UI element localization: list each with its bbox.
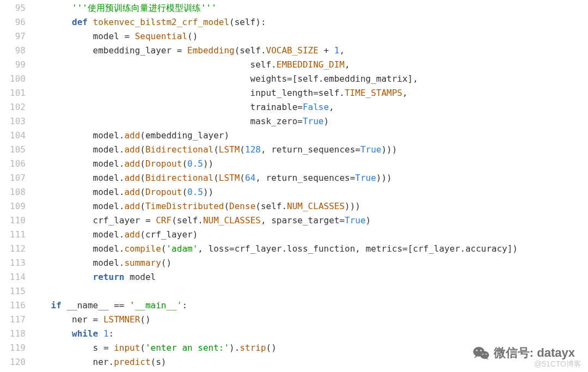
code-line[interactable]: model.add(TimeDistributed(Dense(self.NUM… — [30, 199, 588, 214]
code-token: ( — [240, 173, 245, 183]
line-number: 107 — [0, 171, 26, 185]
line-number-gutter: 9596979899100101102103104105106107108109… — [0, 0, 30, 372]
code-token: . — [198, 215, 203, 225]
code-token: Embedding — [187, 45, 235, 56]
code-token: ) — [229, 343, 235, 353]
code-token: NUM_CLASSES — [203, 215, 261, 225]
code-token: True — [303, 116, 324, 126]
code-token: Dropout — [145, 187, 182, 197]
code-token: weights — [250, 74, 287, 84]
code-token: ( — [140, 173, 145, 183]
code-token: TIME_STAMPS — [345, 88, 402, 98]
code-line[interactable]: ner.predict(s) — [30, 355, 588, 369]
code-line[interactable]: model.add(embedding_layer) — [30, 129, 588, 143]
code-line[interactable]: embedding_layer = Embedding(self.VOCAB_S… — [30, 44, 588, 58]
code-token: embedding_matrix — [323, 74, 407, 84]
code-token: = — [229, 243, 235, 254]
code-token: ( — [140, 343, 145, 353]
code-token: ( — [213, 144, 219, 155]
code-line[interactable]: crf_layer = CRF(self.NUM_CLASSES, sparse… — [30, 214, 588, 228]
code-line[interactable]: weights=[self.embedding_matrix], — [30, 72, 588, 86]
code-token: self — [177, 215, 198, 225]
line-number: 97 — [0, 29, 26, 44]
code-line[interactable]: '''使用预训练向量进行模型训练''' — [30, 1, 588, 15]
code-line[interactable] — [30, 284, 588, 298]
code-token: LSTM — [219, 173, 240, 183]
code-token: self — [240, 45, 261, 56]
line-number: 98 — [0, 44, 26, 58]
code-line[interactable]: while 1: — [30, 327, 588, 341]
line-number: 95 — [0, 1, 26, 15]
code-line[interactable]: model.summary() — [30, 256, 588, 270]
code-token: if — [51, 300, 62, 310]
code-line[interactable]: mask_zero=True) — [30, 114, 588, 129]
code-token: () — [140, 314, 150, 325]
code-token: ( — [171, 215, 177, 225]
code-line[interactable]: s = input('enter an sent:').strip() — [30, 341, 588, 355]
code-line[interactable]: model.add(Dropout(0.5)) — [30, 185, 588, 199]
code-token: . — [119, 258, 125, 268]
line-number: 111 — [0, 228, 26, 242]
code-token: , — [355, 243, 360, 254]
code-editor[interactable]: 9596979899100101102103104105106107108109… — [0, 0, 588, 372]
code-token: strip — [240, 343, 266, 353]
code-line[interactable]: return model — [30, 270, 588, 284]
code-token: 128 — [245, 144, 261, 155]
code-line[interactable]: model = Sequential() — [30, 29, 588, 44]
code-token: ( — [235, 45, 240, 56]
line-number: 117 — [0, 313, 26, 327]
code-token: Bidirectional — [145, 144, 213, 155]
line-number: 113 — [0, 256, 26, 270]
code-token: . — [339, 88, 345, 98]
code-line[interactable]: ner = LSTMNER() — [30, 313, 588, 327]
code-line[interactable]: input_length=self.TIME_STAMPS, — [30, 86, 588, 100]
code-area[interactable]: '''使用预训练向量进行模型训练''' def tokenvec_bilstm2… — [30, 0, 588, 372]
code-line[interactable]: model.add(crf_layer) — [30, 228, 588, 242]
code-line[interactable]: def tokenvec_bilstm2_crf_model(self): — [30, 15, 588, 29]
code-line[interactable]: self.EMBEDDING_DIM, — [30, 58, 588, 72]
code-line[interactable]: model.compile('adam', loss=crf_layer.los… — [30, 242, 588, 256]
code-token: ( — [213, 173, 219, 183]
code-token: ( — [140, 130, 145, 141]
code-token: = — [177, 45, 182, 56]
code-token: [ — [408, 243, 413, 254]
code-token: 1 — [103, 328, 109, 339]
code-token: LSTMNER — [103, 314, 140, 325]
code-token: crf_layer — [413, 243, 460, 254]
code-token: . — [119, 144, 125, 155]
code-token: mask_zero — [250, 116, 298, 126]
code-token: metrics — [366, 243, 402, 254]
code-token: ( — [182, 158, 187, 169]
code-token: predict — [114, 357, 150, 367]
code-token: add — [124, 187, 140, 197]
code-token: add — [124, 158, 140, 169]
code-token: False — [303, 102, 329, 112]
code-token: , — [413, 74, 418, 84]
code-line[interactable]: model.add(Bidirectional(LSTM(64, return_… — [30, 171, 588, 185]
code-token: . — [109, 357, 114, 367]
code-token: crf_layer — [235, 243, 282, 254]
code-line[interactable]: model.add(Bidirectional(LSTM(128, return… — [30, 143, 588, 157]
line-number: 100 — [0, 72, 26, 86]
code-token: , — [345, 59, 350, 70]
code-token: model — [93, 243, 119, 254]
code-token: , — [261, 144, 266, 155]
code-token: = — [313, 88, 318, 98]
code-token: ( — [140, 187, 145, 197]
attribution-text: @51CTO博客 — [534, 357, 581, 371]
code-line[interactable]: model.add(Dropout(0.5)) — [30, 157, 588, 171]
code-token: ) — [193, 229, 198, 240]
code-token: self — [235, 17, 256, 27]
code-token: loss — [209, 243, 230, 254]
code-token: ) — [323, 116, 329, 126]
line-number: 102 — [0, 100, 26, 114]
code-line[interactable]: trainable=False, — [30, 100, 588, 114]
code-token: . — [235, 343, 240, 353]
code-token: . — [261, 45, 266, 56]
code-token: trainable — [250, 102, 298, 112]
code-token: : — [261, 17, 266, 27]
code-line[interactable]: if __name__ == '__main__': — [30, 298, 588, 313]
code-token: EMBEDDING_DIM — [277, 59, 345, 70]
code-token: Dropout — [145, 158, 182, 169]
code-token: model — [93, 130, 119, 141]
